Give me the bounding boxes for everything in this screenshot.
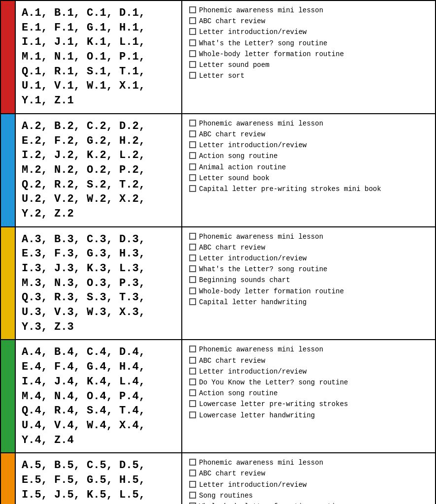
checkbox-icon[interactable] [189, 233, 196, 240]
checklist-item[interactable]: ABC chart review [189, 130, 428, 139]
color-bar-5 [1, 453, 15, 504]
table-row: A.2, B.2, C.2, D.2, E.2, F.2, G.2, H.2, … [1, 114, 435, 227]
checkbox-icon[interactable] [189, 141, 196, 148]
table-row: A.5, B.5, C.5, D.5, E.5, F.5, G.5, H.5, … [1, 453, 435, 504]
checklist-item[interactable]: Letter introduction/review [189, 254, 428, 263]
color-bar-4 [1, 340, 15, 452]
table-row: A.1, B.1, C.1, D.1, E.1, F.1, G.1, H.1, … [1, 1, 435, 114]
checkbox-icon[interactable] [189, 492, 196, 499]
checklist-item[interactable]: ABC chart review [189, 469, 428, 478]
checkbox-icon[interactable] [189, 50, 196, 57]
checklist-item[interactable]: ABC chart review [189, 243, 428, 252]
checkbox-icon[interactable] [189, 152, 196, 159]
checklist-item-label: Letter sound book [199, 174, 428, 183]
checkbox-icon[interactable] [189, 411, 196, 418]
checklist-item[interactable]: Animal action routine [189, 163, 428, 172]
letter-text-2: A.2, B.2, C.2, D.2, E.2, F.2, G.2, H.2, … [22, 119, 175, 221]
checklist-item[interactable]: Letter sort [189, 71, 428, 80]
checklist-item[interactable]: Letter introduction/review [189, 367, 428, 376]
checklist-item[interactable]: Lowercase letter handwriting [189, 411, 428, 420]
checkbox-icon[interactable] [189, 244, 196, 251]
checklist-item-label: Lowercase letter pre-writing strokes [199, 400, 428, 409]
checklist-item-label: Song routines [199, 491, 428, 500]
checkbox-icon[interactable] [189, 120, 196, 126]
checkbox-icon[interactable] [189, 298, 196, 305]
table-row: A.3, B.3, C.3, D.3, E.3, F.3, G.3, H.3, … [1, 227, 435, 341]
checklist-item[interactable]: Beginning sounds chart [189, 276, 428, 284]
checklist-item[interactable]: Capital letter handwriting [189, 298, 428, 307]
color-bar-1 [1, 1, 15, 113]
checklist-item[interactable]: What's the Letter? song routine [189, 265, 428, 274]
checkbox-icon[interactable] [189, 254, 196, 261]
checklist-item[interactable]: Letter introduction/review [189, 480, 428, 489]
checklist-item-label: Action song routine [199, 152, 428, 160]
checkbox-icon[interactable] [189, 28, 196, 35]
checklist-item[interactable]: Capital letter pre-writing strokes mini … [189, 185, 428, 193]
color-bar-3 [1, 227, 15, 340]
checkbox-icon[interactable] [189, 265, 196, 272]
checklist-item-label: Letter introduction/review [199, 141, 428, 150]
checklist-item[interactable]: Letter sound poem [189, 61, 428, 69]
checklist-item[interactable]: Letter introduction/review [189, 28, 428, 36]
checklist-item-label: Letter introduction/review [199, 480, 428, 489]
checkbox-icon[interactable] [189, 400, 196, 407]
checklist-item-label: Letter introduction/review [199, 367, 428, 376]
checklist-cell-1: Phonemic awareness mini lessonABC chart … [182, 1, 435, 113]
checklist-item[interactable]: What's the Letter? song routine [189, 39, 428, 48]
checklist-item[interactable]: Action song routine [189, 152, 428, 160]
checklist-item[interactable]: Phonemic awareness mini lesson [189, 232, 428, 241]
checkbox-icon[interactable] [189, 276, 196, 283]
checklist-item-label: Phonemic awareness mini lesson [199, 232, 428, 241]
main-table: A.1, B.1, C.1, D.1, E.1, F.1, G.1, H.1, … [0, 0, 436, 504]
checklist-item[interactable]: Phonemic awareness mini lesson [189, 458, 428, 467]
checklist-item[interactable]: Song routines [189, 491, 428, 500]
checklist-item-label: ABC chart review [199, 243, 428, 252]
checklist-item-label: Letter sort [199, 71, 428, 80]
checklist-item[interactable]: Whole-body letter formation routine [189, 287, 428, 296]
checklist-item[interactable]: Phonemic awareness mini lesson [189, 119, 428, 128]
checkbox-icon[interactable] [189, 6, 196, 13]
checkbox-icon[interactable] [189, 470, 196, 476]
checkbox-icon[interactable] [189, 378, 196, 385]
checklist-item[interactable]: Whole-body letter formation routine [189, 502, 428, 504]
checklist-item[interactable]: Lowercase letter pre-writing strokes [189, 400, 428, 409]
checkbox-icon[interactable] [189, 481, 196, 488]
checklist-cell-2: Phonemic awareness mini lessonABC chart … [182, 114, 435, 226]
checkbox-icon[interactable] [189, 61, 196, 68]
checkbox-icon[interactable] [189, 368, 196, 375]
checklist-item[interactable]: Do You Know the Letter? song routine [189, 378, 428, 387]
checklist-item[interactable]: ABC chart review [189, 17, 428, 26]
checkbox-icon[interactable] [189, 357, 196, 364]
checkbox-icon[interactable] [189, 72, 196, 79]
checklist-item-label: What's the Letter? song routine [199, 39, 428, 48]
checklist-item-label: Phonemic awareness mini lesson [199, 6, 428, 15]
checklist-cell-4: Phonemic awareness mini lessonABC chart … [182, 340, 435, 452]
checklist-item[interactable]: ABC chart review [189, 356, 428, 365]
checklist-item-label: Letter sound poem [199, 61, 428, 69]
checklist-item-label: Do You Know the Letter? song routine [199, 378, 428, 387]
checkbox-icon[interactable] [189, 346, 196, 352]
checklist-item-label: ABC chart review [199, 130, 428, 139]
checklist-item[interactable]: Action song routine [189, 389, 428, 398]
checklist-item-label: Letter introduction/review [199, 28, 428, 36]
checklist-item[interactable]: Whole-body letter formation routine [189, 50, 428, 59]
checkbox-icon[interactable] [189, 163, 196, 170]
checkbox-icon[interactable] [189, 287, 196, 294]
checkbox-icon[interactable] [189, 185, 196, 192]
checkbox-icon[interactable] [189, 459, 196, 466]
checklist-item-label: Animal action routine [199, 163, 428, 172]
checklist-item[interactable]: Letter introduction/review [189, 141, 428, 150]
letter-cell-4: A.4, B.4, C.4, D.4, E.4, F.4, G.4, H.4, … [15, 340, 182, 452]
checklist-item-label: Letter introduction/review [199, 254, 428, 263]
checklist-item[interactable]: Phonemic awareness mini lesson [189, 345, 428, 354]
checkbox-icon[interactable] [189, 174, 196, 181]
checklist-item[interactable]: Letter sound book [189, 174, 428, 183]
checkbox-icon[interactable] [189, 389, 196, 396]
checklist-item-label: Capital letter pre-writing strokes mini … [199, 185, 428, 193]
checklist-item[interactable]: Phonemic awareness mini lesson [189, 6, 428, 15]
checkbox-icon[interactable] [189, 39, 196, 46]
letter-text-5: A.5, B.5, C.5, D.5, E.5, F.5, G.5, H.5, … [22, 458, 175, 504]
checkbox-icon[interactable] [189, 17, 196, 24]
checkbox-icon[interactable] [189, 130, 196, 137]
checklist-item-label: ABC chart review [199, 469, 428, 478]
